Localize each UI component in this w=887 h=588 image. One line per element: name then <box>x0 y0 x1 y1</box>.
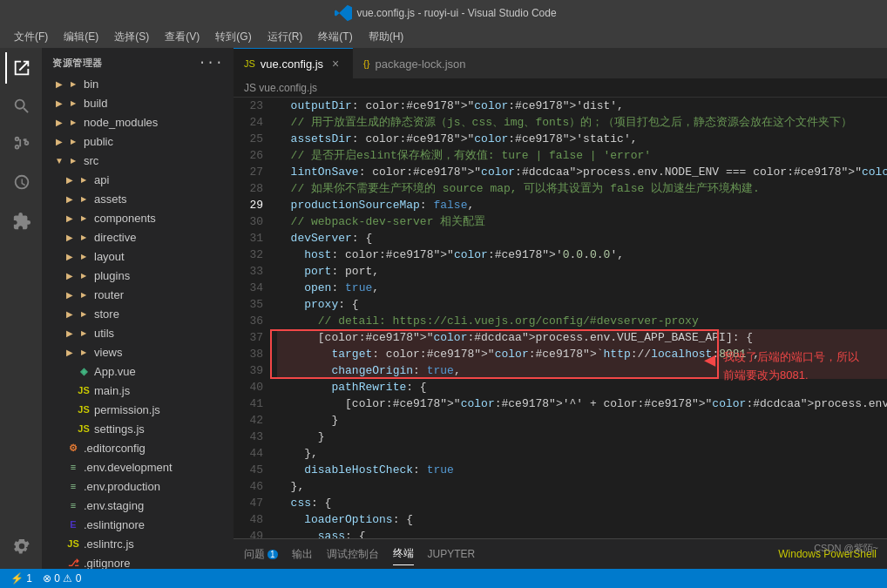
line-number: 28 <box>234 180 263 197</box>
panel-tab-jupyter[interactable]: JUPYTER <box>428 544 476 564</box>
activity-search[interactable] <box>5 91 37 122</box>
folder-arrow-icon: ▶ <box>63 268 77 282</box>
status-bar: ⚡ 1 ⊗ 0 ⚠ 0 <box>0 569 887 588</box>
sidebar-item-api[interactable]: ▶▸api <box>42 170 234 189</box>
folder-arrow-icon: ▶ <box>63 249 77 263</box>
code-line: pathRewrite: { <box>277 379 887 395</box>
sidebar-item-permission.js[interactable]: JSpermission.js <box>42 400 234 419</box>
folder-arrow-icon: ▶ <box>63 211 77 225</box>
config-icon: ⚙ <box>66 441 80 455</box>
tree-item-label: store <box>94 308 234 321</box>
folder-icon: ▸ <box>66 153 80 167</box>
sidebar-item-bin[interactable]: ▶▸bin <box>42 74 234 93</box>
activity-debug[interactable] <box>5 167 37 199</box>
sidebar-item-main.js[interactable]: JSmain.js <box>42 381 234 400</box>
line-number: 27 <box>234 164 263 180</box>
panel-tab-debug-console[interactable]: 调试控制台 <box>327 544 379 565</box>
tabs-bar: JS vue.config.js × {} package-lock.json <box>234 48 887 78</box>
js-file-icon: JS <box>244 58 255 69</box>
env-icon: ≡ <box>66 479 80 493</box>
sidebar-item-public[interactable]: ▶▸public <box>42 132 234 151</box>
sidebar-header: 资源管理器 ··· <box>42 48 234 74</box>
activity-settings[interactable] <box>5 531 37 562</box>
code-editor[interactable]: 2324252627282930313233343536373839404142… <box>234 98 887 538</box>
menu-file[interactable]: 文件(F) <box>7 28 55 46</box>
tree-item-label: App.vue <box>94 365 234 378</box>
sidebar-item-.eslintrc.js[interactable]: JS.eslintrc.js <box>42 534 234 553</box>
vue-icon: ◈ <box>77 364 91 378</box>
sidebar-item-utils[interactable]: ▶▸utils <box>42 323 234 342</box>
activity-bar <box>0 48 42 569</box>
tree-item-label: .editorconfig <box>84 442 234 455</box>
folder-arrow-icon: ▶ <box>63 345 77 359</box>
activity-explorer[interactable] <box>5 52 37 84</box>
line-number: 35 <box>234 296 263 313</box>
sidebar-item-build[interactable]: ▶▸build <box>42 93 234 112</box>
folder-arrow-icon: ▶ <box>63 326 77 340</box>
sidebar-item-router[interactable]: ▶▸router <box>42 285 234 304</box>
status-branch: ⚡ 1 <box>10 572 32 585</box>
title-text: vue.config.js - ruoyi-ui - Visual Studio… <box>356 7 556 19</box>
tab-vue-config[interactable]: JS vue.config.js × <box>234 48 353 78</box>
menu-run[interactable]: 运行(R) <box>261 28 310 46</box>
sidebar-item-.eslintignore[interactable]: E.eslintignore <box>42 515 234 534</box>
menu-help[interactable]: 帮助(H) <box>362 28 411 46</box>
panel-tab-terminal[interactable]: 终端 <box>393 543 414 565</box>
folder-arrow-icon: ▶ <box>52 77 66 91</box>
activity-git[interactable] <box>5 129 37 160</box>
sidebar-item-directive[interactable]: ▶▸directive <box>42 227 234 247</box>
sidebar-item-.env.staging[interactable]: ≡.env.staging <box>42 496 234 515</box>
sidebar-item-plugins[interactable]: ▶▸plugins <box>42 266 234 285</box>
code-line: assetsDir: color:#ce9178">"color:#ce9178… <box>277 131 887 147</box>
panel-tab-output[interactable]: 输出 <box>292 544 313 565</box>
sidebar-item-.editorconfig[interactable]: ⚙.editorconfig <box>42 438 234 457</box>
sidebar-item-layout[interactable]: ▶▸layout <box>42 247 234 266</box>
folder-arrow-icon: ▶ <box>63 287 77 301</box>
activity-bar-bottom <box>5 531 37 562</box>
tree-item-label: .gitignore <box>84 557 234 570</box>
sidebar-item-.env.production[interactable]: ≡.env.production <box>42 476 234 496</box>
env-icon: ≡ <box>66 498 80 512</box>
line-number: 29 <box>234 197 263 213</box>
folder-icon: ▸ <box>66 96 80 110</box>
activity-extensions[interactable] <box>5 206 37 237</box>
sidebar-item-assets[interactable]: ▶▸assets <box>42 189 234 208</box>
code-line: css: { <box>277 495 887 511</box>
folder-icon: ▸ <box>77 268 91 282</box>
sidebar-more-button[interactable]: ··· <box>198 55 223 71</box>
menu-terminal[interactable]: 终端(T) <box>311 28 359 46</box>
folder-arrow-icon: ▶ <box>52 134 66 148</box>
folder-icon: ▸ <box>66 115 80 129</box>
sidebar-item-views[interactable]: ▶▸views <box>42 342 234 362</box>
eslint-icon: E <box>66 517 80 531</box>
sidebar-item-App.vue[interactable]: ◈App.vue <box>42 362 234 381</box>
menu-view[interactable]: 查看(V) <box>158 28 207 46</box>
tree-item-label: router <box>94 288 234 301</box>
sidebar-item-.env.development[interactable]: ≡.env.development <box>42 457 234 476</box>
folder-icon: ▸ <box>77 172 91 186</box>
line-number: 38 <box>234 346 263 362</box>
tree-item-label: utils <box>94 327 234 340</box>
menu-select[interactable]: 选择(S) <box>107 28 156 46</box>
sidebar-item-settings.js[interactable]: JSsettings.js <box>42 419 234 438</box>
line-number: 25 <box>234 131 263 147</box>
menu-goto[interactable]: 转到(G) <box>208 28 258 46</box>
folder-icon: ▸ <box>77 230 91 244</box>
folder-arrow-icon: ▶ <box>52 115 66 129</box>
status-errors: ⊗ 0 ⚠ 0 <box>43 572 81 585</box>
menu-edit[interactable]: 编辑(E) <box>57 28 105 46</box>
line-number: 36 <box>234 313 263 329</box>
tree-item-label: node_modules <box>84 116 234 129</box>
sidebar-item-.gitignore[interactable]: ⎇.gitignore <box>42 553 234 569</box>
panel-tab-problems[interactable]: 问题1 <box>244 544 278 565</box>
tab-close-vue-config[interactable]: × <box>328 57 342 71</box>
code-line: } <box>277 429 887 445</box>
code-line: [color:#ce9178">"color:#dcdcaa">process.… <box>277 329 887 346</box>
tab-package-lock[interactable]: {} package-lock.json <box>353 48 476 78</box>
sidebar-item-src[interactable]: ▼▸src <box>42 151 234 170</box>
sidebar-item-node_modules[interactable]: ▶▸node_modules <box>42 112 234 132</box>
sidebar-item-store[interactable]: ▶▸store <box>42 304 234 323</box>
code-line: port: port, <box>277 263 887 280</box>
sidebar-item-components[interactable]: ▶▸components <box>42 208 234 227</box>
line-number: 41 <box>234 395 263 412</box>
